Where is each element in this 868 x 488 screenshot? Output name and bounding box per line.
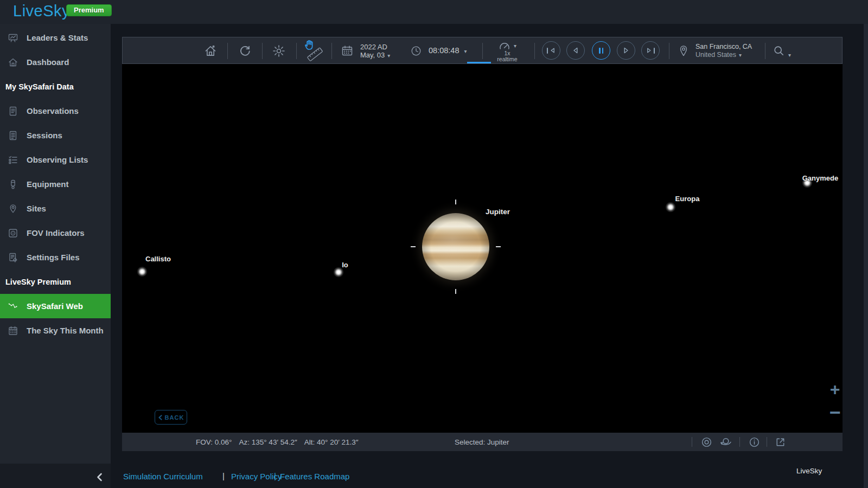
alt-value: Alt: 40° 20′ 21.3″	[304, 438, 359, 446]
toolbar-divider	[765, 43, 765, 59]
zoom-out-button[interactable]: −	[826, 404, 843, 421]
date-display: 2022 AD May, 03	[360, 43, 390, 60]
sidebar: Leaders & Stats Dashboard My SkySafari D…	[0, 24, 111, 464]
object-info-button[interactable]	[747, 435, 761, 448]
sidebar-item-sky-this-month[interactable]: The Sky This Month	[0, 318, 111, 343]
sidebar-item-settings-files[interactable]: Settings Files	[0, 245, 111, 269]
refresh-button[interactable]	[236, 43, 253, 59]
home-icon	[7, 57, 20, 68]
scrollbar-track[interactable]	[864, 24, 868, 488]
sidebar-item-label: SkySafari Web	[27, 301, 83, 311]
statusbar-divider	[692, 437, 692, 447]
search-icon	[773, 44, 786, 57]
footer-brand: LiveSky	[796, 467, 822, 475]
sidebar-item-label: Equipment	[27, 179, 69, 189]
jupiter-planet[interactable]	[422, 213, 489, 280]
selection-tick-right	[496, 246, 501, 247]
triangle-left-icon	[550, 47, 556, 54]
time-picker[interactable]: 08:08:48	[410, 43, 481, 59]
toolbar-divider	[227, 43, 228, 59]
selection-tick-top	[455, 200, 456, 204]
location-picker[interactable]: San Francisco, CA United States	[677, 41, 761, 61]
back-button[interactable]: BACK	[155, 410, 187, 425]
toolbar-divider	[296, 43, 297, 59]
europa-moon[interactable]	[665, 202, 676, 213]
location-display: San Francisco, CA United States	[695, 43, 752, 59]
callisto-moon[interactable]	[137, 266, 148, 277]
jupiter-label: Jupiter	[486, 208, 510, 216]
selection-tick-bottom	[455, 289, 456, 294]
play-button[interactable]	[617, 41, 635, 60]
external-link-icon	[774, 436, 787, 448]
sidebar-item-skysafari-web[interactable]: SkySafari Web	[0, 294, 111, 318]
triangle-left-icon	[572, 47, 579, 54]
pan-measure-tool-button[interactable]	[299, 38, 326, 63]
sidebar-collapse-button[interactable]	[93, 471, 106, 484]
footer-link-simulation-curriculum[interactable]: Simulation Curriculum	[123, 472, 203, 481]
footer-separator: |	[222, 471, 225, 480]
open-external-button[interactable]	[773, 435, 787, 448]
zoom-in-button[interactable]: +	[826, 381, 843, 397]
sidebar-item-sessions[interactable]: Sessions	[0, 123, 111, 147]
skip-to-end-button[interactable]	[641, 41, 660, 60]
toolbar-divider	[534, 43, 535, 59]
toolbar-divider	[669, 43, 669, 59]
sidebar-item-label: The Sky This Month	[27, 326, 104, 335]
sidebar-section-premium: LiveSky Premium	[0, 269, 111, 294]
active-tab-underline	[467, 62, 491, 63]
statusbar-divider	[767, 437, 767, 447]
caret-down-icon: May, 03	[360, 51, 390, 60]
skip-to-start-button[interactable]	[542, 41, 560, 60]
sidebar-item-observations[interactable]: Observations	[0, 99, 111, 123]
pause-bar	[599, 48, 600, 54]
search-button[interactable]	[770, 43, 794, 59]
map-pin-icon	[7, 203, 20, 214]
time-rate-control[interactable]: 1x realtime	[490, 39, 524, 63]
pause-button[interactable]	[592, 41, 610, 60]
orbit-icon	[719, 435, 732, 448]
sidebar-item-dashboard[interactable]: Dashboard	[0, 50, 111, 74]
chevron-left-icon	[158, 415, 163, 420]
fov-value: FOV: 0.06°	[196, 438, 232, 446]
orbit-mode-button[interactable]	[719, 435, 733, 448]
settings-button[interactable]	[270, 43, 288, 59]
sky-toolbar: 2022 AD May, 03 08:08:48 1x realtime	[122, 37, 843, 64]
home-view-button[interactable]	[202, 43, 219, 59]
center-target-button[interactable]	[699, 435, 713, 448]
caret-down-icon	[511, 40, 516, 50]
livesky-logo[interactable]: LiveSky	[13, 2, 70, 20]
sky-canvas[interactable]: Jupiter Callisto Io Europa Ganymede BACK…	[122, 64, 843, 433]
sidebar-item-sites[interactable]: Sites	[0, 196, 111, 221]
calendar-icon	[341, 44, 354, 57]
premium-badge: Premium	[66, 4, 112, 16]
io-label: Io	[342, 261, 348, 269]
sidebar-item-observing-lists[interactable]: Observing Lists	[0, 147, 111, 172]
sidebar-item-equipment[interactable]: Equipment	[0, 172, 111, 196]
selection-tick-left	[411, 246, 416, 247]
toolbar-divider	[262, 43, 263, 59]
caret-down-icon: United States	[695, 51, 752, 59]
sidebar-item-label: Sessions	[27, 131, 62, 140]
target-icon	[700, 436, 713, 448]
footer-link-features-roadmap[interactable]: Features Roadmap	[280, 472, 349, 481]
step-back-button[interactable]	[566, 41, 585, 60]
pause-bar	[602, 48, 603, 54]
sidebar-item-fov-indicators[interactable]: FOV Indicators	[0, 221, 111, 245]
rate-display: 1x realtime	[497, 50, 517, 62]
refresh-icon	[238, 44, 252, 58]
ganymede-label: Ganymede	[802, 174, 838, 182]
constellation-icon	[7, 301, 20, 312]
sidebar-item-label: FOV Indicators	[27, 228, 85, 237]
caret-down-icon	[786, 49, 791, 59]
sidebar-item-label: Dashboard	[27, 57, 69, 67]
fov-frame-icon	[7, 228, 20, 239]
skip-bar	[547, 48, 548, 54]
statusbar-divider	[739, 437, 740, 447]
checklist-icon	[7, 155, 20, 165]
skip-bar	[654, 48, 655, 54]
triangle-right-icon	[623, 47, 629, 54]
file-gear-icon	[7, 252, 20, 263]
top-header: LiveSky Premium	[0, 0, 868, 24]
location-pin-icon	[677, 44, 690, 58]
sidebar-item-leaders-stats[interactable]: Leaders & Stats	[0, 25, 111, 50]
